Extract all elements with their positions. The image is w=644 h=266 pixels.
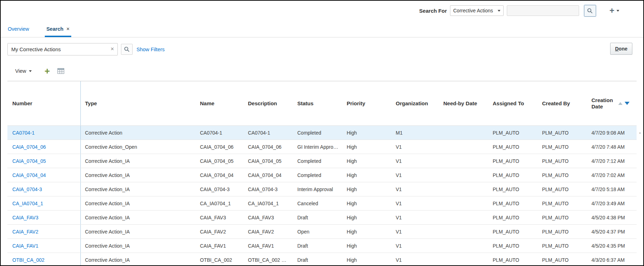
saved-search-input[interactable]	[7, 43, 118, 55]
table-row[interactable]: OTBI_CA_002Corrective Action_IAOTBI_CA_0…	[7, 253, 637, 266]
sort-controls	[618, 102, 630, 105]
quick-create-menu[interactable]: +	[609, 7, 619, 14]
column-header-type[interactable]: Type	[81, 81, 196, 125]
search-for-select[interactable]: Corrective Actions	[450, 5, 504, 16]
cell-need-by-date	[439, 154, 488, 168]
cell-assigned-to: PLM_AUTO	[488, 182, 538, 196]
tab-overview[interactable]: Overview	[6, 20, 30, 37]
cell-created-by: PLM_AUTO	[538, 196, 587, 210]
column-header-number[interactable]: Number	[7, 81, 81, 125]
cell-status: Open	[293, 225, 342, 238]
table-row[interactable]: CAIA_0704-3Corrective Action_IACAIA_0704…	[7, 182, 637, 196]
detach-table-button[interactable]	[57, 68, 64, 74]
done-button[interactable]: Done	[610, 43, 632, 55]
cell-created-by: PLM_AUTO	[538, 239, 587, 253]
sort-ascending-icon[interactable]	[618, 102, 622, 105]
column-header-name[interactable]: Name	[196, 81, 244, 125]
cell-name: CAIA_FAV3	[196, 211, 244, 224]
cell-number[interactable]: CA_IA0704_1	[7, 196, 81, 210]
search-icon	[124, 46, 130, 52]
cell-status: Canceled	[293, 196, 342, 210]
run-search-button[interactable]	[121, 44, 133, 55]
cell-type: Corrective Action_IA	[81, 225, 196, 238]
cell-number[interactable]: CAIA_FAV2	[7, 225, 81, 238]
cell-creation-date: 4/5/20 4:37 PM	[587, 225, 637, 238]
show-filters-link[interactable]: Show Filters	[136, 47, 165, 52]
cell-status: Completed	[293, 154, 342, 168]
table-row[interactable]: CAIA_0704_06Corrective Action_OpenCAIA_0…	[7, 140, 637, 154]
table-row[interactable]: CAIA_FAV2Corrective Action_IACAIA_FAV2CA…	[7, 225, 637, 239]
cell-name: CAIA_FAV2	[196, 225, 244, 238]
cell-need-by-date	[439, 196, 488, 210]
cell-organization: V1	[391, 182, 439, 196]
cell-number[interactable]: CAIA_0704-3	[7, 182, 81, 196]
cell-description: CAIA_0704_05	[244, 154, 293, 168]
cell-number[interactable]: CA0704-1	[7, 126, 81, 140]
cell-created-by: PLM_AUTO	[538, 211, 587, 224]
table-row[interactable]: CAIA_0704_04Corrective Action_IACAIA_070…	[7, 168, 637, 182]
cell-type: Corrective Action_IA	[81, 196, 196, 210]
cell-description: CAIA_FAV2	[244, 225, 293, 238]
cell-created-by: PLM_AUTO	[538, 253, 587, 266]
cell-need-by-date	[439, 168, 488, 182]
caret-down-icon	[616, 10, 619, 12]
cell-priority: High	[342, 126, 391, 140]
tab-search[interactable]: Search ✕	[45, 20, 71, 37]
table-row[interactable]: CAIA_0704_05Corrective Action_IACAIA_070…	[7, 154, 637, 168]
cell-type: Corrective Action_IA	[81, 253, 196, 266]
clear-icon[interactable]: ✕	[110, 46, 114, 52]
cell-number[interactable]: CAIA_FAV1	[7, 239, 81, 253]
cell-description: CAIA_0704_06	[244, 140, 293, 154]
view-menu[interactable]: View	[15, 68, 32, 74]
cell-name: OTBI_CA_002	[196, 253, 244, 266]
global-search-button[interactable]	[584, 5, 596, 17]
close-icon[interactable]: ✕	[66, 26, 70, 31]
table-header-row: Number Type Name Description Status Prio…	[7, 81, 637, 126]
cell-number[interactable]: CAIA_0704_06	[7, 140, 81, 154]
column-header-created-by[interactable]: Created By	[538, 81, 587, 125]
cell-status: GI Interim Appro…	[293, 140, 342, 154]
cell-need-by-date	[439, 225, 488, 238]
cell-number[interactable]: CAIA_FAV3	[7, 211, 81, 224]
cell-number[interactable]: CAIA_0704_05	[7, 154, 81, 168]
cell-status: Draft	[293, 253, 342, 266]
column-header-priority[interactable]: Priority	[342, 81, 391, 125]
column-header-description[interactable]: Description	[244, 81, 293, 125]
table-row[interactable]: CAIA_FAV3Corrective Action_IACAIA_FAV3CA…	[7, 211, 637, 225]
cell-priority: High	[342, 140, 391, 154]
create-button[interactable]: +	[44, 67, 50, 75]
cell-description: CAIA_0704_04	[244, 168, 293, 182]
cell-assigned-to: PLM_AUTO	[488, 225, 538, 238]
cell-organization: V1	[391, 196, 439, 210]
cell-description: CAIA_0704-3	[244, 182, 293, 196]
cell-need-by-date	[439, 239, 488, 253]
table-row[interactable]: CA0704-1Corrective ActionCA0704-1CA0704-…	[7, 126, 637, 140]
table-row[interactable]: CA_IA0704_1Corrective Action_IACA_IA0704…	[7, 196, 637, 211]
cell-organization: V1	[391, 140, 439, 154]
column-header-need-by-date[interactable]: Need-by Date	[439, 81, 488, 125]
column-header-organization[interactable]: Organization	[391, 81, 439, 125]
cell-creation-date: 4/5/20 4:38 PM	[587, 211, 637, 224]
cell-name: CAIA_0704_05	[196, 154, 244, 168]
cell-type: Corrective Action_Open	[81, 140, 196, 154]
cell-assigned-to: PLM_AUTO	[488, 253, 538, 266]
column-header-assigned-to[interactable]: Assigned To	[488, 81, 538, 125]
sort-descending-icon[interactable]	[625, 102, 630, 105]
done-button-label: Done	[615, 46, 627, 52]
cell-name: CAIA_FAV1	[196, 239, 244, 253]
cell-type: Corrective Action_IA	[81, 154, 196, 168]
cell-number[interactable]: CAIA_0704_04	[7, 168, 81, 182]
cell-created-by: PLM_AUTO	[538, 168, 587, 182]
cell-number[interactable]: OTBI_CA_002	[7, 253, 81, 266]
cell-assigned-to: PLM_AUTO	[488, 196, 538, 210]
table-row[interactable]: CAIA_FAV1Corrective Action_IACAIA_FAV1CA…	[7, 239, 637, 253]
column-header-status[interactable]: Status	[293, 81, 342, 125]
column-header-creation-date[interactable]: Creation Date	[587, 81, 637, 125]
cell-priority: High	[342, 154, 391, 168]
cell-priority: High	[342, 211, 391, 224]
global-header: Search For Corrective Actions +	[1, 1, 643, 20]
cell-assigned-to: PLM_AUTO	[488, 140, 538, 154]
global-search-input[interactable]	[507, 5, 579, 16]
tab-overview-label: Overview	[8, 26, 29, 32]
saved-search-box: ✕	[7, 43, 118, 55]
